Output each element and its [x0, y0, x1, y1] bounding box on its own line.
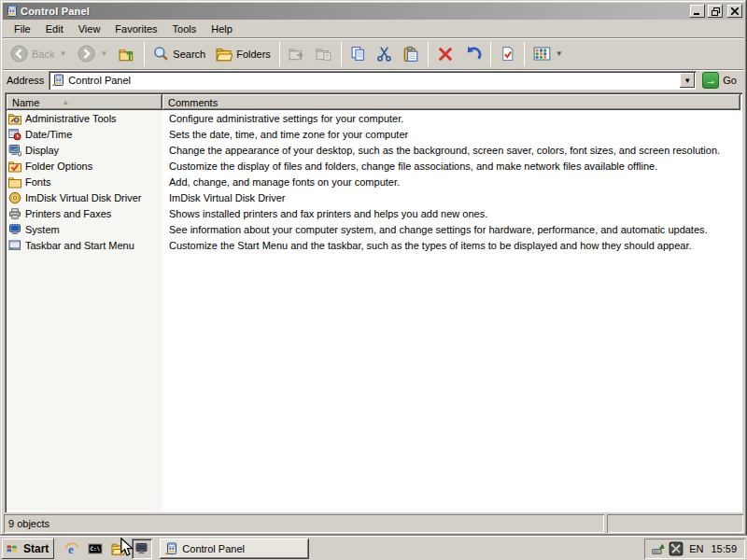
item-comment: Shows installed printers and fax printer…: [162, 208, 740, 219]
titlebar[interactable]: Control Panel: [3, 3, 744, 20]
minimize-button[interactable]: [690, 5, 705, 18]
list-rows: Administrative ToolsConfigure administra…: [7, 110, 740, 253]
item-comment: Customize the display of files and folde…: [162, 161, 740, 172]
column-header-comments[interactable]: Comments: [162, 94, 740, 110]
back-icon: [10, 45, 28, 63]
move-to-icon: [289, 46, 305, 63]
toolbar-separator: [524, 42, 525, 66]
address-combo[interactable]: Control Panel ▼: [49, 71, 696, 90]
toolbar-separator: [490, 42, 491, 66]
menu-item-favorites[interactable]: Favorites: [107, 21, 164, 36]
taskbar: Start eC:\ Control Panel EN 15:59: [0, 536, 747, 560]
folders-button[interactable]: Folders: [211, 42, 275, 66]
search-label: Search: [173, 49, 205, 60]
imdisk-tray-icon[interactable]: [669, 541, 684, 556]
safely-remove-hardware-icon[interactable]: [651, 541, 665, 555]
up-button[interactable]: [114, 42, 140, 66]
item-comment: Change the appearance of your desktop, s…: [162, 145, 740, 156]
restore-button[interactable]: [708, 5, 723, 18]
views-icon: [533, 45, 551, 63]
quick-launch-command-prompt-icon[interactable]: C:\: [85, 539, 106, 559]
list-item[interactable]: DisplayChange the appearance of your des…: [7, 142, 740, 158]
item-comment: Add, change, and manage fonts on your co…: [162, 176, 740, 188]
address-value: Control Panel: [68, 75, 676, 86]
folder-options-icon: [8, 160, 21, 173]
quick-launch-display-settings-icon[interactable]: [132, 539, 152, 559]
toolbar-separator: [144, 42, 145, 66]
copy-button[interactable]: [345, 42, 371, 65]
list-item[interactable]: SystemSee information about your compute…: [7, 221, 740, 237]
fonts-icon: [8, 175, 21, 189]
address-dropdown-icon[interactable]: ▼: [680, 73, 695, 88]
go-button[interactable]: → Go: [700, 72, 740, 89]
menu-item-tools[interactable]: Tools: [165, 21, 204, 36]
item-name: Display: [25, 145, 59, 156]
task-button-label: Control Panel: [182, 543, 245, 554]
back-button[interactable]: Back ▼: [6, 41, 72, 66]
quick-launch-folder-icon[interactable]: [108, 539, 129, 559]
menu-item-view[interactable]: View: [71, 21, 108, 36]
close-button[interactable]: [727, 5, 742, 18]
toolbar: Back ▼ ▼ Search Folders: [3, 38, 744, 70]
go-label: Go: [723, 75, 737, 86]
column-header-name-label: Name: [12, 97, 39, 108]
item-name: Taskbar and Start Menu: [25, 240, 134, 251]
item-comment: See information about your computer syst…: [162, 224, 740, 235]
item-comment: Sets the date, time, and time zone for y…: [162, 129, 740, 140]
taskbar-clock[interactable]: 15:59: [709, 543, 739, 554]
toolbar-separator: [341, 42, 342, 66]
list-item[interactable]: Administrative ToolsConfigure administra…: [7, 110, 740, 126]
column-header-name[interactable]: Name ▲: [7, 94, 162, 110]
control-panel-window: Control Panel FileEditViewFavoritesTools…: [0, 0, 747, 536]
sort-ascending-icon: ▲: [62, 98, 69, 106]
back-dropdown-icon[interactable]: ▼: [58, 49, 67, 58]
start-label: Start: [23, 542, 49, 555]
delete-button[interactable]: [432, 42, 458, 66]
item-name: System: [25, 224, 60, 235]
cut-button[interactable]: [372, 42, 397, 65]
go-arrow-icon: →: [702, 72, 719, 89]
paste-button[interactable]: [398, 42, 424, 66]
delete-icon: [437, 46, 454, 63]
display-icon: [8, 144, 21, 157]
item-comment: Configure administrative settings for yo…: [162, 113, 740, 124]
views-button[interactable]: ▼: [529, 41, 569, 66]
toolbar-separator: [279, 42, 280, 66]
list-item[interactable]: ImDisk Virtual Disk DriverImDisk Virtual…: [7, 189, 740, 205]
views-dropdown-icon[interactable]: ▼: [555, 49, 564, 58]
forward-button[interactable]: ▼: [73, 41, 113, 66]
start-button[interactable]: Start: [2, 539, 54, 559]
menu-item-edit[interactable]: Edit: [38, 21, 71, 36]
list-item[interactable]: Printers and FaxesShows installed printe…: [7, 205, 740, 221]
folder-up-icon: [119, 46, 135, 63]
document-check-icon: [500, 46, 515, 62]
list-item[interactable]: Taskbar and Start MenuCustomize the Star…: [7, 237, 740, 253]
properties-button[interactable]: [495, 42, 520, 65]
language-indicator[interactable]: EN: [687, 543, 705, 554]
control-panel-icon: [164, 542, 177, 555]
cut-icon: [376, 46, 392, 62]
task-button-control-panel[interactable]: Control Panel: [160, 539, 309, 559]
search-button[interactable]: Search: [148, 42, 210, 65]
control-panel-icon: [5, 5, 18, 18]
folders-label: Folders: [236, 49, 271, 60]
menu-item-file[interactable]: File: [7, 21, 38, 36]
list-item[interactable]: Date/TimeSets the date, time, and time z…: [7, 126, 740, 142]
forward-dropdown-icon[interactable]: ▼: [99, 49, 108, 58]
system-tray: EN 15:59: [644, 539, 745, 559]
file-list: Name ▲ Comments Administrative ToolsConf…: [5, 92, 742, 512]
copy-to-button[interactable]: [311, 42, 337, 66]
menu-item-help[interactable]: Help: [204, 21, 240, 36]
svg-text:C:\: C:\: [91, 544, 101, 551]
list-item[interactable]: FontsAdd, change, and manage fonts on yo…: [7, 174, 740, 189]
move-to-button[interactable]: [284, 42, 310, 66]
column-header-comments-label: Comments: [168, 97, 218, 108]
undo-button[interactable]: [459, 41, 486, 66]
quick-launch: eC:\: [62, 539, 152, 559]
forward-icon: [78, 45, 95, 63]
undo-icon: [464, 45, 482, 63]
quick-launch-internet-explorer-icon[interactable]: e: [62, 539, 82, 559]
item-comment: ImDisk Virtual Disk Driver: [162, 192, 740, 203]
list-item[interactable]: Folder OptionsCustomize the display of f…: [7, 158, 740, 174]
item-name: Date/Time: [25, 129, 72, 140]
